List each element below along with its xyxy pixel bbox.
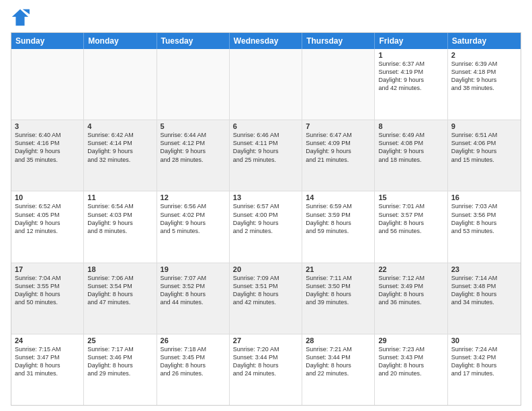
calendar-cell: 21Sunrise: 7:11 AM Sunset: 3:50 PM Dayli… xyxy=(302,263,375,334)
calendar-row: 10Sunrise: 6:52 AM Sunset: 4:05 PM Dayli… xyxy=(11,191,521,263)
calendar-cell: 6Sunrise: 6:46 AM Sunset: 4:11 PM Daylig… xyxy=(230,120,302,191)
calendar-cell: 27Sunrise: 7:20 AM Sunset: 3:44 PM Dayli… xyxy=(230,334,302,405)
calendar: SundayMondayTuesdayWednesdayThursdayFrid… xyxy=(11,32,521,406)
day-number: 2 xyxy=(451,51,517,59)
day-info: Sunrise: 7:14 AM Sunset: 3:48 PM Dayligh… xyxy=(451,274,517,307)
day-info: Sunrise: 7:18 AM Sunset: 3:45 PM Dayligh… xyxy=(161,345,226,378)
day-info: Sunrise: 6:52 AM Sunset: 4:05 PM Dayligh… xyxy=(15,202,80,235)
calendar-cell: 15Sunrise: 7:01 AM Sunset: 3:57 PM Dayli… xyxy=(375,191,447,262)
calendar-cell: 10Sunrise: 6:52 AM Sunset: 4:05 PM Dayli… xyxy=(11,191,84,262)
calendar-cell: 4Sunrise: 6:42 AM Sunset: 4:14 PM Daylig… xyxy=(84,120,157,191)
day-info: Sunrise: 6:49 AM Sunset: 4:08 PM Dayligh… xyxy=(378,131,443,164)
calendar-cell: 11Sunrise: 6:54 AM Sunset: 4:03 PM Dayli… xyxy=(84,191,157,262)
calendar-header: SundayMondayTuesdayWednesdayThursdayFrid… xyxy=(11,33,521,49)
day-info: Sunrise: 6:56 AM Sunset: 4:02 PM Dayligh… xyxy=(161,202,226,235)
calendar-cell: 25Sunrise: 7:17 AM Sunset: 3:46 PM Dayli… xyxy=(84,334,157,405)
calendar-cell: 17Sunrise: 7:04 AM Sunset: 3:55 PM Dayli… xyxy=(11,263,84,334)
calendar-cell: 16Sunrise: 7:03 AM Sunset: 3:56 PM Dayli… xyxy=(448,191,521,262)
day-info: Sunrise: 7:24 AM Sunset: 3:42 PM Dayligh… xyxy=(451,345,517,378)
day-number: 15 xyxy=(378,193,443,201)
calendar-row: 24Sunrise: 7:15 AM Sunset: 3:47 PM Dayli… xyxy=(11,334,521,405)
calendar-cell: 14Sunrise: 6:59 AM Sunset: 3:59 PM Dayli… xyxy=(302,191,375,262)
day-info: Sunrise: 6:37 AM Sunset: 4:19 PM Dayligh… xyxy=(378,60,443,93)
calendar-cell: 9Sunrise: 6:51 AM Sunset: 4:06 PM Daylig… xyxy=(448,120,521,191)
day-info: Sunrise: 7:17 AM Sunset: 3:46 PM Dayligh… xyxy=(87,345,152,378)
calendar-cell: 22Sunrise: 7:12 AM Sunset: 3:49 PM Dayli… xyxy=(375,263,447,334)
calendar-cell: 26Sunrise: 7:18 AM Sunset: 3:45 PM Dayli… xyxy=(157,334,230,405)
logo-icon xyxy=(11,8,30,27)
day-number: 18 xyxy=(87,265,152,273)
day-info: Sunrise: 7:11 AM Sunset: 3:50 PM Dayligh… xyxy=(306,274,371,307)
calendar-cell: 23Sunrise: 7:14 AM Sunset: 3:48 PM Dayli… xyxy=(448,263,521,334)
day-number: 5 xyxy=(161,122,226,130)
day-number: 19 xyxy=(161,265,226,273)
day-number: 22 xyxy=(378,265,443,273)
day-info: Sunrise: 6:51 AM Sunset: 4:06 PM Dayligh… xyxy=(451,131,517,164)
calendar-cell: 24Sunrise: 7:15 AM Sunset: 3:47 PM Dayli… xyxy=(11,334,84,405)
day-number: 16 xyxy=(451,193,517,201)
calendar-cell: 7Sunrise: 6:47 AM Sunset: 4:09 PM Daylig… xyxy=(302,120,375,191)
calendar-cell: 12Sunrise: 6:56 AM Sunset: 4:02 PM Dayli… xyxy=(157,191,230,262)
weekday-header: Friday xyxy=(375,33,447,49)
calendar-body: 1Sunrise: 6:37 AM Sunset: 4:19 PM Daylig… xyxy=(11,49,521,405)
calendar-cell: 13Sunrise: 6:57 AM Sunset: 4:00 PM Dayli… xyxy=(230,191,302,262)
calendar-cell: 5Sunrise: 6:44 AM Sunset: 4:12 PM Daylig… xyxy=(157,120,230,191)
weekday-header: Monday xyxy=(84,33,157,49)
day-info: Sunrise: 7:01 AM Sunset: 3:57 PM Dayligh… xyxy=(378,202,443,235)
day-number: 1 xyxy=(378,51,443,59)
day-number: 24 xyxy=(15,336,80,345)
logo xyxy=(11,8,32,27)
day-info: Sunrise: 7:09 AM Sunset: 3:51 PM Dayligh… xyxy=(233,274,298,307)
day-number: 27 xyxy=(233,336,298,345)
day-info: Sunrise: 7:20 AM Sunset: 3:44 PM Dayligh… xyxy=(233,345,298,378)
weekday-header: Saturday xyxy=(448,33,521,49)
day-number: 28 xyxy=(306,336,371,345)
day-number: 11 xyxy=(87,193,152,201)
calendar-cell: 2Sunrise: 6:39 AM Sunset: 4:18 PM Daylig… xyxy=(448,49,521,120)
calendar-cell: 18Sunrise: 7:06 AM Sunset: 3:54 PM Dayli… xyxy=(84,263,157,334)
weekday-header: Tuesday xyxy=(157,33,230,49)
calendar-cell xyxy=(84,49,157,120)
calendar-cell: 3Sunrise: 6:40 AM Sunset: 4:16 PM Daylig… xyxy=(11,120,84,191)
day-number: 26 xyxy=(161,336,226,345)
day-number: 17 xyxy=(15,265,80,273)
calendar-cell: 20Sunrise: 7:09 AM Sunset: 3:51 PM Dayli… xyxy=(230,263,302,334)
day-info: Sunrise: 7:06 AM Sunset: 3:54 PM Dayligh… xyxy=(87,274,152,307)
day-info: Sunrise: 6:42 AM Sunset: 4:14 PM Dayligh… xyxy=(87,131,152,164)
day-number: 20 xyxy=(233,265,298,273)
day-info: Sunrise: 6:47 AM Sunset: 4:09 PM Dayligh… xyxy=(306,131,371,164)
day-number: 12 xyxy=(161,193,226,201)
day-info: Sunrise: 7:03 AM Sunset: 3:56 PM Dayligh… xyxy=(451,202,517,235)
day-info: Sunrise: 6:40 AM Sunset: 4:16 PM Dayligh… xyxy=(15,131,80,164)
day-number: 25 xyxy=(87,336,152,345)
day-info: Sunrise: 6:54 AM Sunset: 4:03 PM Dayligh… xyxy=(87,202,152,235)
calendar-cell: 29Sunrise: 7:23 AM Sunset: 3:43 PM Dayli… xyxy=(375,334,447,405)
day-number: 10 xyxy=(15,193,80,201)
weekday-header: Sunday xyxy=(11,33,84,49)
calendar-cell: 19Sunrise: 7:07 AM Sunset: 3:52 PM Dayli… xyxy=(157,263,230,334)
day-info: Sunrise: 6:59 AM Sunset: 3:59 PM Dayligh… xyxy=(306,202,371,235)
calendar-row: 1Sunrise: 6:37 AM Sunset: 4:19 PM Daylig… xyxy=(11,49,521,120)
day-info: Sunrise: 7:12 AM Sunset: 3:49 PM Dayligh… xyxy=(378,274,443,307)
weekday-header: Wednesday xyxy=(230,33,302,49)
calendar-cell xyxy=(11,49,84,120)
calendar-cell xyxy=(302,49,375,120)
day-info: Sunrise: 7:23 AM Sunset: 3:43 PM Dayligh… xyxy=(378,345,443,378)
calendar-row: 17Sunrise: 7:04 AM Sunset: 3:55 PM Dayli… xyxy=(11,263,521,334)
day-number: 21 xyxy=(306,265,371,273)
day-info: Sunrise: 7:15 AM Sunset: 3:47 PM Dayligh… xyxy=(15,345,80,378)
day-number: 7 xyxy=(306,122,371,130)
calendar-cell xyxy=(157,49,230,120)
day-number: 13 xyxy=(233,193,298,201)
day-number: 23 xyxy=(451,265,517,273)
calendar-row: 3Sunrise: 6:40 AM Sunset: 4:16 PM Daylig… xyxy=(11,120,521,191)
day-info: Sunrise: 6:46 AM Sunset: 4:11 PM Dayligh… xyxy=(233,131,298,164)
day-number: 6 xyxy=(233,122,298,130)
calendar-cell: 1Sunrise: 6:37 AM Sunset: 4:19 PM Daylig… xyxy=(375,49,447,120)
day-info: Sunrise: 7:04 AM Sunset: 3:55 PM Dayligh… xyxy=(15,274,80,307)
day-number: 8 xyxy=(378,122,443,130)
day-number: 4 xyxy=(87,122,152,130)
day-info: Sunrise: 6:39 AM Sunset: 4:18 PM Dayligh… xyxy=(451,60,517,93)
day-number: 9 xyxy=(451,122,517,130)
calendar-cell xyxy=(230,49,302,120)
